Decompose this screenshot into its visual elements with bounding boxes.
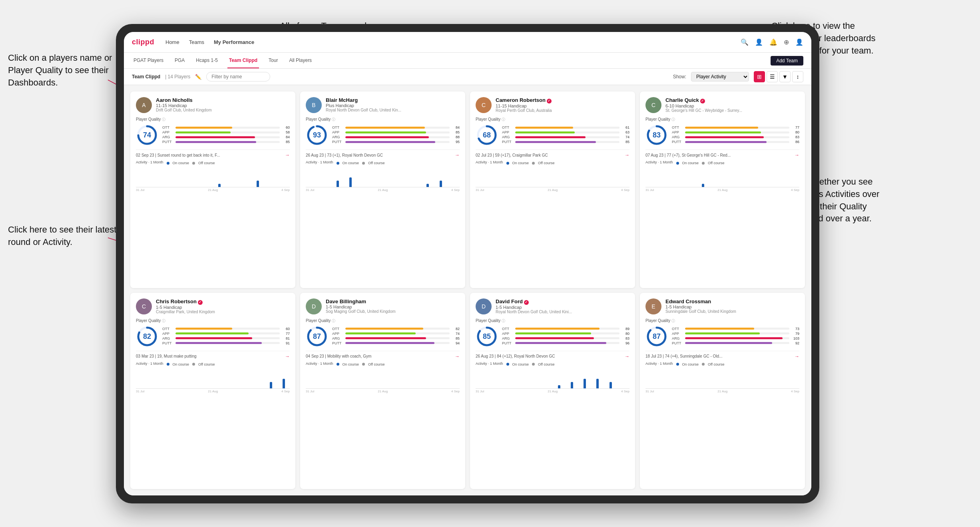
round-arrow-icon: → bbox=[625, 152, 629, 158]
player-header: D David Ford✓ 1-5 Handicap Royal North D… bbox=[476, 298, 629, 314]
player-name[interactable]: Cameron Robertson✓ bbox=[496, 97, 629, 103]
stat-bar-bg bbox=[685, 332, 789, 334]
latest-round[interactable]: 02 Jul 23 | 59 (+17), Craigmillar Park G… bbox=[476, 149, 629, 158]
tab-all-players[interactable]: All Players bbox=[287, 53, 313, 68]
score-value: 68 bbox=[483, 131, 491, 139]
tab-tour[interactable]: Tour bbox=[267, 53, 279, 68]
stat-value: 88 bbox=[452, 135, 460, 139]
player-avatar: C bbox=[476, 97, 492, 113]
chart-date: 4 Sep bbox=[621, 188, 629, 192]
circle-score: 93 bbox=[306, 124, 328, 146]
show-select[interactable]: Player Activity Quality Score Trend bbox=[691, 72, 749, 82]
nav-my-performance[interactable]: My Performance bbox=[214, 38, 254, 47]
activity-label: Activity · 1 Month bbox=[476, 160, 503, 164]
player-card[interactable]: D Dave Billingham 1-5 Handicap Sog Magin… bbox=[300, 293, 465, 489]
latest-round[interactable]: 26 Aug 23 | 73 (+1), Royal North Devon G… bbox=[306, 149, 460, 158]
player-avatar: A bbox=[136, 97, 152, 113]
stat-label: ARG bbox=[162, 135, 173, 139]
quality-section[interactable]: 87 OTT 82 APP bbox=[306, 325, 460, 348]
player-name[interactable]: Chris Robertson✓ bbox=[156, 298, 290, 305]
score-value: 74 bbox=[143, 131, 151, 139]
legend-on-course: On course bbox=[512, 161, 529, 165]
chart-date: 31 Jul bbox=[645, 390, 654, 393]
search-icon[interactable]: 🔍 bbox=[741, 38, 749, 46]
activity-label: Activity · 1 Month bbox=[645, 160, 673, 164]
grid-view-button[interactable]: ⊞ bbox=[754, 71, 765, 82]
player-name[interactable]: David Ford✓ bbox=[496, 298, 629, 305]
user-icon[interactable]: 👤 bbox=[755, 38, 763, 46]
latest-round[interactable]: 03 Mar 23 | 19, Must make putting → bbox=[136, 351, 290, 359]
avatar-icon[interactable]: 👤 bbox=[795, 38, 803, 46]
player-name[interactable]: Edward Crossman bbox=[665, 298, 799, 304]
stat-bar-bg bbox=[175, 332, 280, 334]
legend-off-course: Off course bbox=[198, 161, 215, 165]
tab-pgat[interactable]: PGAT Players bbox=[132, 53, 165, 68]
player-name[interactable]: Dave Billingham bbox=[326, 298, 460, 304]
activity-label: Activity · 1 Month bbox=[645, 362, 673, 366]
legend-off-course: Off course bbox=[708, 161, 724, 165]
player-card[interactable]: C Charlie Quick✓ 6-10 Handicap St. Georg… bbox=[640, 91, 805, 288]
stat-label: APP bbox=[502, 130, 513, 134]
player-avatar: D bbox=[306, 298, 322, 314]
player-count: | 14 Players bbox=[165, 74, 190, 80]
stat-row: OTT 82 bbox=[332, 327, 460, 331]
quality-section[interactable]: 93 OTT 84 APP bbox=[306, 124, 460, 146]
stat-label: PUTT bbox=[162, 140, 173, 144]
player-name[interactable]: Aaron Nicholls bbox=[156, 97, 290, 103]
player-card[interactable]: B Blair McHarg Plus Handicap Royal North… bbox=[300, 91, 465, 288]
latest-round[interactable]: 18 Jul 23 | 74 (+4), Sunningdale GC - Ol… bbox=[645, 351, 799, 359]
stats-bars: OTT 77 APP 80 bbox=[672, 125, 799, 145]
stat-bar-bg bbox=[175, 328, 280, 330]
nav-home[interactable]: Home bbox=[165, 38, 179, 47]
quality-section[interactable]: 87 OTT 73 APP bbox=[645, 325, 799, 348]
activity-section: Activity · 1 Month On course Off course bbox=[136, 160, 290, 192]
edit-icon[interactable]: ✏️ bbox=[195, 74, 201, 80]
quality-section[interactable]: 82 OTT 60 APP bbox=[136, 325, 290, 348]
latest-round[interactable]: 26 Aug 23 | 84 (+12), Royal North Devon … bbox=[476, 351, 629, 359]
settings-icon[interactable]: ⊕ bbox=[784, 38, 789, 46]
player-card[interactable]: A Aaron Nicholls 11-15 Handicap Drift Go… bbox=[130, 91, 295, 288]
chart-dates: 31 Jul21 Aug4 Sep bbox=[306, 390, 460, 393]
add-team-area: Add Team bbox=[771, 56, 803, 66]
circle-score: 82 bbox=[136, 325, 158, 348]
filter-input[interactable] bbox=[206, 72, 270, 82]
activity-label: Activity · 1 Month bbox=[306, 160, 333, 164]
stat-row: OTT 60 bbox=[162, 327, 290, 331]
legend-off-course: Off course bbox=[368, 161, 384, 165]
tab-team-clippd[interactable]: Team Clippd bbox=[227, 53, 259, 68]
brand-logo[interactable]: clippd bbox=[132, 38, 154, 46]
player-card[interactable]: D David Ford✓ 1-5 Handicap Royal North D… bbox=[470, 293, 635, 489]
stat-value: 74 bbox=[452, 332, 460, 336]
activity-label: Activity · 1 Month bbox=[136, 160, 163, 164]
player-card[interactable]: C Chris Robertson✓ 1-5 Handicap Craigmil… bbox=[130, 293, 295, 489]
quality-section[interactable]: 83 OTT 77 APP bbox=[645, 124, 799, 146]
player-card[interactable]: C Cameron Robertson✓ 11-15 Handicap Roya… bbox=[470, 91, 635, 288]
quality-section[interactable]: 74 OTT 60 APP bbox=[136, 124, 290, 146]
stat-label: APP bbox=[672, 130, 683, 134]
legend-off-course: Off course bbox=[538, 161, 554, 165]
quality-section[interactable]: 68 OTT 61 APP bbox=[476, 124, 629, 146]
list-view-button[interactable]: ☰ bbox=[767, 71, 778, 82]
latest-round[interactable]: 02 Sep 23 | Sunset round to get back int… bbox=[136, 149, 290, 158]
add-team-button[interactable]: Add Team bbox=[771, 56, 803, 66]
player-handicap: 11-15 Handicap bbox=[496, 103, 629, 108]
stat-bar-bg bbox=[685, 141, 789, 143]
filter-button[interactable]: ▼ bbox=[779, 71, 791, 82]
player-card[interactable]: E Edward Crossman 1-5 Handicap Sunningda… bbox=[640, 293, 805, 489]
tab-hcaps[interactable]: Hcaps 1-5 bbox=[194, 53, 219, 68]
nav-teams[interactable]: Teams bbox=[189, 38, 204, 47]
stat-label: ARG bbox=[672, 135, 683, 139]
bell-icon[interactable]: 🔔 bbox=[769, 38, 777, 46]
stats-bars: OTT 73 APP 79 bbox=[672, 327, 799, 346]
activity-label: Activity · 1 Month bbox=[306, 362, 333, 366]
stat-label: PUTT bbox=[502, 140, 513, 144]
player-club: Royal North Devon Golf Club, United Kini… bbox=[496, 310, 629, 314]
player-name[interactable]: Blair McHarg bbox=[326, 97, 460, 103]
quality-section[interactable]: 85 OTT 89 APP bbox=[476, 325, 629, 348]
latest-round[interactable]: 04 Sep 23 | Mobility with coach, Gym → bbox=[306, 351, 460, 359]
player-name[interactable]: Charlie Quick✓ bbox=[665, 97, 799, 103]
stat-bar-bg bbox=[515, 342, 619, 344]
latest-round[interactable]: 07 Aug 23 | 77 (+7), St George's Hill GC… bbox=[645, 149, 799, 158]
sort-button[interactable]: ↕ bbox=[792, 71, 803, 82]
tab-pga[interactable]: PGA bbox=[173, 53, 186, 68]
